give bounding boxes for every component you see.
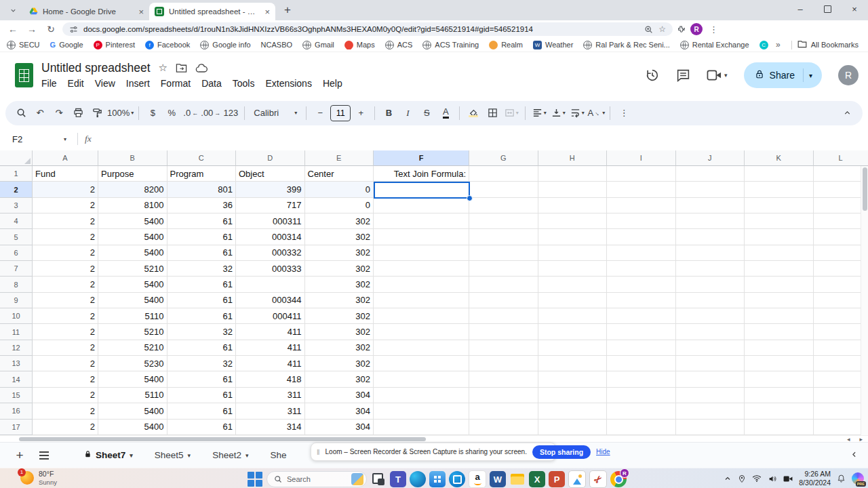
add-sheet-button[interactable]: + (9, 445, 30, 466)
merge-cells-button[interactable]: ▾ (502, 104, 520, 122)
cell-H13[interactable] (538, 356, 608, 371)
account-avatar[interactable]: R (838, 65, 859, 85)
cell-B16[interactable]: 5400 (98, 403, 167, 419)
scrollbar-thumb[interactable] (19, 437, 426, 441)
text-color-button[interactable]: A (437, 104, 454, 122)
cell-I7[interactable] (607, 261, 676, 277)
bookmark-realm[interactable]: Realm (489, 41, 523, 49)
chevron-down-icon[interactable]: ▾ (64, 136, 66, 142)
new-tab-button[interactable]: + (279, 2, 296, 18)
cell-C2[interactable]: 801 (167, 182, 237, 197)
text-wrap-button[interactable]: ▾ (568, 104, 586, 122)
cell-C10[interactable]: 61 (167, 308, 237, 324)
cell-A5[interactable]: 2 (33, 229, 98, 245)
browser-tab-spreadsheet[interactable]: Untitled spreadsheet - Google S × (149, 3, 275, 20)
zoom-icon[interactable] (644, 25, 653, 34)
formula-input[interactable] (92, 127, 860, 150)
row-header-12[interactable]: 12 (0, 340, 33, 356)
cell-E9[interactable]: 302 (305, 293, 374, 308)
format-currency-button[interactable]: $ (144, 104, 161, 122)
font-select[interactable]: Calibri▾ (250, 104, 301, 122)
cell-G17[interactable] (469, 420, 538, 435)
cell-K7[interactable] (745, 261, 814, 277)
vertical-scrollbar[interactable] (861, 166, 868, 435)
cell-I14[interactable] (607, 371, 676, 387)
chevron-down-icon[interactable]: ▾ (809, 72, 812, 79)
share-button[interactable]: Share ▾ (744, 62, 822, 88)
format-percent-button[interactable]: % (163, 104, 180, 122)
cell-L3[interactable] (814, 198, 868, 214)
column-header-E[interactable]: E (305, 150, 374, 166)
cell-C1[interactable]: Program (167, 166, 237, 182)
cell-G9[interactable] (469, 293, 538, 308)
extensions-icon[interactable] (677, 24, 686, 34)
taskbar-search[interactable]: Search (267, 471, 367, 487)
scrollbar-thumb[interactable] (863, 167, 867, 211)
menu-insert[interactable]: Insert (121, 77, 155, 90)
cell-I8[interactable] (607, 277, 676, 292)
cell-B14[interactable]: 5400 (98, 371, 167, 387)
cell-D4[interactable]: 000311 (236, 214, 305, 229)
cell-F13[interactable] (374, 356, 469, 371)
cell-I2[interactable] (607, 182, 676, 197)
cell-H6[interactable] (538, 245, 608, 261)
cell-G4[interactable] (469, 214, 538, 229)
cell-A7[interactable]: 2 (33, 261, 98, 277)
cell-J8[interactable] (676, 277, 745, 292)
cell-E17[interactable]: 304 (305, 420, 374, 435)
italic-button[interactable]: I (399, 104, 416, 122)
cell-L7[interactable] (814, 261, 868, 277)
cell-J12[interactable] (676, 340, 745, 356)
chevron-down-icon[interactable]: ▾ (724, 72, 728, 79)
file-explorer-icon[interactable] (509, 471, 526, 487)
teams-icon[interactable]: T (390, 471, 406, 487)
cell-G12[interactable] (469, 340, 538, 356)
cell-C3[interactable]: 36 (167, 198, 237, 214)
cell-E16[interactable]: 304 (305, 403, 374, 419)
version-history-icon[interactable] (645, 68, 660, 83)
cell-K1[interactable] (745, 166, 814, 182)
cell-F9[interactable] (374, 293, 469, 308)
cell-C14[interactable]: 61 (167, 371, 237, 387)
row-header-7[interactable]: 7 (0, 261, 33, 277)
cell-I3[interactable] (607, 198, 676, 214)
menu-extensions[interactable]: Extensions (260, 77, 317, 90)
cell-B9[interactable]: 5400 (98, 293, 167, 308)
menu-file[interactable]: File (36, 77, 62, 90)
cell-E8[interactable]: 302 (305, 277, 374, 292)
cell-G16[interactable] (469, 403, 538, 419)
column-header-F[interactable]: F (374, 150, 469, 166)
menu-edit[interactable]: Edit (62, 77, 90, 90)
bookmark-weather[interactable]: WWeather (533, 41, 573, 49)
location-icon[interactable] (738, 474, 746, 483)
close-window-button[interactable]: × (841, 0, 868, 18)
hide-link[interactable]: Hide (596, 448, 610, 455)
cell-D7[interactable]: 000333 (236, 261, 305, 277)
cell-A3[interactable]: 2 (33, 198, 98, 214)
cell-C16[interactable]: 61 (167, 403, 237, 419)
cell-A11[interactable]: 2 (33, 324, 98, 340)
collapse-toolbar-icon[interactable] (838, 104, 856, 122)
cell-H11[interactable] (538, 324, 608, 340)
site-info-icon[interactable] (69, 25, 78, 34)
cell-L16[interactable] (814, 403, 868, 419)
cell-A14[interactable]: 2 (33, 371, 98, 387)
cell-F17[interactable] (374, 420, 469, 435)
amazon-icon[interactable] (469, 470, 486, 488)
forward-icon[interactable]: → (24, 24, 39, 35)
cell-A8[interactable]: 2 (33, 277, 98, 292)
all-bookmarks-button[interactable]: All Bookmarks (797, 40, 861, 49)
edge-icon[interactable] (410, 471, 426, 487)
cell-K2[interactable] (745, 182, 814, 197)
cell-E7[interactable]: 302 (305, 261, 374, 277)
row-header-3[interactable]: 3 (0, 198, 33, 214)
redo-icon[interactable]: ↷ (50, 104, 68, 122)
back-icon[interactable]: ← (5, 24, 20, 35)
browser-tab-drive[interactable]: Home - Google Drive × (23, 3, 149, 20)
tab-search-chevron-icon[interactable] (5, 3, 20, 18)
cell-F3[interactable] (374, 198, 469, 214)
cell-J10[interactable] (676, 308, 745, 324)
maximize-button[interactable] (814, 0, 841, 18)
cell-F2[interactable] (374, 182, 469, 197)
row-header-8[interactable]: 8 (0, 277, 33, 292)
